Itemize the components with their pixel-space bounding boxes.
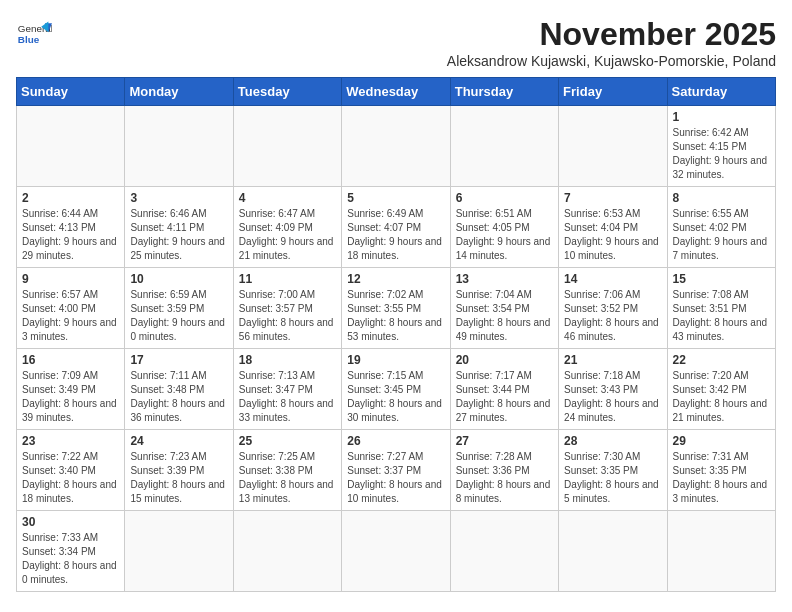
day-number: 21 [564,353,661,367]
svg-text:Blue: Blue [18,34,40,45]
day-info: Sunrise: 6:59 AM Sunset: 3:59 PM Dayligh… [130,288,227,344]
day-cell: 1Sunrise: 6:42 AM Sunset: 4:15 PM Daylig… [667,106,775,187]
week-row-6: 30Sunrise: 7:33 AM Sunset: 3:34 PM Dayli… [17,511,776,592]
day-info: Sunrise: 7:22 AM Sunset: 3:40 PM Dayligh… [22,450,119,506]
day-cell: 30Sunrise: 7:33 AM Sunset: 3:34 PM Dayli… [17,511,125,592]
day-cell: 24Sunrise: 7:23 AM Sunset: 3:39 PM Dayli… [125,430,233,511]
day-number: 23 [22,434,119,448]
day-cell [450,106,558,187]
day-cell: 27Sunrise: 7:28 AM Sunset: 3:36 PM Dayli… [450,430,558,511]
day-info: Sunrise: 7:08 AM Sunset: 3:51 PM Dayligh… [673,288,770,344]
day-cell [450,511,558,592]
day-number: 10 [130,272,227,286]
day-cell: 26Sunrise: 7:27 AM Sunset: 3:37 PM Dayli… [342,430,450,511]
day-number: 29 [673,434,770,448]
day-info: Sunrise: 7:28 AM Sunset: 3:36 PM Dayligh… [456,450,553,506]
day-cell: 23Sunrise: 7:22 AM Sunset: 3:40 PM Dayli… [17,430,125,511]
day-number: 15 [673,272,770,286]
day-info: Sunrise: 7:06 AM Sunset: 3:52 PM Dayligh… [564,288,661,344]
day-number: 7 [564,191,661,205]
day-info: Sunrise: 6:47 AM Sunset: 4:09 PM Dayligh… [239,207,336,263]
page-header: General Blue November 2025 Aleksandrow K… [16,16,776,69]
day-info: Sunrise: 7:13 AM Sunset: 3:47 PM Dayligh… [239,369,336,425]
day-number: 8 [673,191,770,205]
day-number: 24 [130,434,227,448]
day-cell [233,511,341,592]
week-row-1: 1Sunrise: 6:42 AM Sunset: 4:15 PM Daylig… [17,106,776,187]
weekday-header-saturday: Saturday [667,78,775,106]
day-number: 22 [673,353,770,367]
day-number: 4 [239,191,336,205]
day-cell: 17Sunrise: 7:11 AM Sunset: 3:48 PM Dayli… [125,349,233,430]
day-cell [342,106,450,187]
day-info: Sunrise: 7:27 AM Sunset: 3:37 PM Dayligh… [347,450,444,506]
day-number: 9 [22,272,119,286]
day-info: Sunrise: 7:00 AM Sunset: 3:57 PM Dayligh… [239,288,336,344]
week-row-5: 23Sunrise: 7:22 AM Sunset: 3:40 PM Dayli… [17,430,776,511]
day-cell: 14Sunrise: 7:06 AM Sunset: 3:52 PM Dayli… [559,268,667,349]
calendar-table: SundayMondayTuesdayWednesdayThursdayFrid… [16,77,776,592]
day-cell: 8Sunrise: 6:55 AM Sunset: 4:02 PM Daylig… [667,187,775,268]
weekday-header-sunday: Sunday [17,78,125,106]
day-cell: 13Sunrise: 7:04 AM Sunset: 3:54 PM Dayli… [450,268,558,349]
day-cell: 6Sunrise: 6:51 AM Sunset: 4:05 PM Daylig… [450,187,558,268]
day-cell: 28Sunrise: 7:30 AM Sunset: 3:35 PM Dayli… [559,430,667,511]
day-number: 3 [130,191,227,205]
day-info: Sunrise: 7:02 AM Sunset: 3:55 PM Dayligh… [347,288,444,344]
day-number: 16 [22,353,119,367]
day-number: 25 [239,434,336,448]
weekday-header-monday: Monday [125,78,233,106]
day-info: Sunrise: 7:20 AM Sunset: 3:42 PM Dayligh… [673,369,770,425]
day-number: 2 [22,191,119,205]
day-number: 28 [564,434,661,448]
day-cell: 3Sunrise: 6:46 AM Sunset: 4:11 PM Daylig… [125,187,233,268]
day-info: Sunrise: 7:18 AM Sunset: 3:43 PM Dayligh… [564,369,661,425]
day-cell [342,511,450,592]
day-number: 27 [456,434,553,448]
day-number: 14 [564,272,661,286]
day-info: Sunrise: 6:49 AM Sunset: 4:07 PM Dayligh… [347,207,444,263]
day-number: 13 [456,272,553,286]
day-number: 19 [347,353,444,367]
day-info: Sunrise: 7:30 AM Sunset: 3:35 PM Dayligh… [564,450,661,506]
day-cell: 4Sunrise: 6:47 AM Sunset: 4:09 PM Daylig… [233,187,341,268]
weekday-header-friday: Friday [559,78,667,106]
day-cell: 21Sunrise: 7:18 AM Sunset: 3:43 PM Dayli… [559,349,667,430]
day-cell [559,511,667,592]
day-cell: 16Sunrise: 7:09 AM Sunset: 3:49 PM Dayli… [17,349,125,430]
day-number: 12 [347,272,444,286]
day-cell [559,106,667,187]
day-cell: 7Sunrise: 6:53 AM Sunset: 4:04 PM Daylig… [559,187,667,268]
generalblue-logo-icon: General Blue [16,16,52,52]
month-title: November 2025 [447,16,776,53]
day-number: 5 [347,191,444,205]
week-row-4: 16Sunrise: 7:09 AM Sunset: 3:49 PM Dayli… [17,349,776,430]
day-cell: 22Sunrise: 7:20 AM Sunset: 3:42 PM Dayli… [667,349,775,430]
day-cell: 15Sunrise: 7:08 AM Sunset: 3:51 PM Dayli… [667,268,775,349]
day-number: 17 [130,353,227,367]
day-cell: 2Sunrise: 6:44 AM Sunset: 4:13 PM Daylig… [17,187,125,268]
location-subtitle: Aleksandrow Kujawski, Kujawsko-Pomorskie… [447,53,776,69]
weekday-header-thursday: Thursday [450,78,558,106]
day-info: Sunrise: 6:53 AM Sunset: 4:04 PM Dayligh… [564,207,661,263]
day-cell [17,106,125,187]
day-cell: 19Sunrise: 7:15 AM Sunset: 3:45 PM Dayli… [342,349,450,430]
day-info: Sunrise: 6:46 AM Sunset: 4:11 PM Dayligh… [130,207,227,263]
day-cell: 29Sunrise: 7:31 AM Sunset: 3:35 PM Dayli… [667,430,775,511]
weekday-header-wednesday: Wednesday [342,78,450,106]
day-info: Sunrise: 7:17 AM Sunset: 3:44 PM Dayligh… [456,369,553,425]
day-info: Sunrise: 7:04 AM Sunset: 3:54 PM Dayligh… [456,288,553,344]
day-cell [125,511,233,592]
logo: General Blue [16,16,52,52]
week-row-2: 2Sunrise: 6:44 AM Sunset: 4:13 PM Daylig… [17,187,776,268]
day-info: Sunrise: 7:33 AM Sunset: 3:34 PM Dayligh… [22,531,119,587]
day-number: 11 [239,272,336,286]
day-cell: 10Sunrise: 6:59 AM Sunset: 3:59 PM Dayli… [125,268,233,349]
day-number: 18 [239,353,336,367]
day-info: Sunrise: 6:42 AM Sunset: 4:15 PM Dayligh… [673,126,770,182]
day-info: Sunrise: 7:25 AM Sunset: 3:38 PM Dayligh… [239,450,336,506]
day-info: Sunrise: 7:11 AM Sunset: 3:48 PM Dayligh… [130,369,227,425]
week-row-3: 9Sunrise: 6:57 AM Sunset: 4:00 PM Daylig… [17,268,776,349]
weekday-header-tuesday: Tuesday [233,78,341,106]
day-cell [125,106,233,187]
